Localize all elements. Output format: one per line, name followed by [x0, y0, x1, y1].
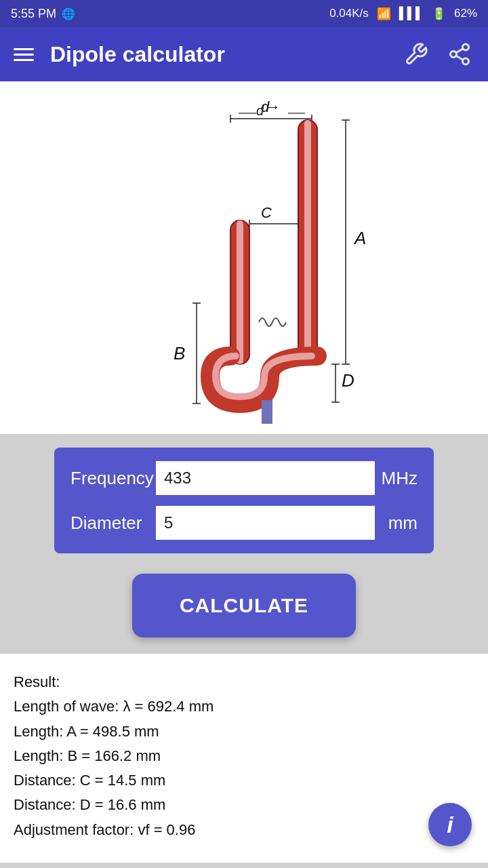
svg-rect-12: [304, 120, 311, 364]
result-label: Result:: [14, 673, 60, 690]
status-time: 5:55 PM: [11, 7, 56, 21]
share-icon[interactable]: [445, 39, 474, 69]
svg-text:B: B: [174, 343, 185, 363]
result-line-1: Length: A = 498.5 mm: [14, 723, 159, 740]
svg-rect-14: [237, 220, 243, 364]
wrench-icon[interactable]: [401, 39, 431, 69]
status-left: 5:55 PM 🌐: [11, 7, 75, 21]
app-bar-icons: [401, 39, 474, 69]
battery-icon: 🔋: [432, 7, 446, 21]
result-area: Result: Length of wave: λ = 692.4 mm Len…: [0, 654, 488, 863]
svg-line-3: [456, 56, 463, 60]
wifi-icon: 📶: [377, 7, 391, 21]
signal-icon: ▌▌▌: [399, 7, 424, 20]
menu-button[interactable]: [14, 48, 34, 61]
result-line-2: Length: B = 166.2 mm: [14, 747, 161, 764]
info-icon: i: [447, 812, 453, 838]
status-right: 0.04K/s 📶 ▌▌▌ 🔋 62%: [329, 7, 477, 21]
info-fab-button[interactable]: i: [428, 803, 472, 846]
result-line-4: Distance: D = 16.6 mm: [14, 796, 165, 813]
frequency-input[interactable]: [156, 461, 375, 495]
svg-rect-15: [262, 400, 272, 424]
input-panel: Frequency MHz Diameter mm: [54, 448, 434, 553]
app-bar: Dipole calculator: [0, 27, 488, 81]
svg-text:→: →: [265, 98, 280, 115]
calculate-button[interactable]: CALCULATE: [132, 574, 356, 637]
diameter-row: Diameter mm: [70, 506, 418, 540]
status-bar: 5:55 PM 🌐 0.04K/s 📶 ▌▌▌ 🔋 62%: [0, 0, 488, 27]
svg-text:C: C: [261, 204, 272, 221]
svg-text:d: d: [256, 103, 264, 118]
diameter-input[interactable]: [156, 506, 375, 540]
frequency-unit: MHz: [375, 468, 418, 489]
dipole-diagram: d → A B C: [0, 81, 488, 434]
diameter-label: Diameter: [70, 513, 156, 534]
svg-line-4: [456, 49, 463, 53]
frequency-label: Frequency: [70, 468, 156, 489]
svg-text:A: A: [353, 228, 366, 248]
result-line-5: Adjustment factor: vf = 0.96: [14, 821, 195, 838]
result-text: Result: Length of wave: λ = 692.4 mm Len…: [14, 670, 474, 842]
svg-text:D: D: [342, 370, 354, 391]
result-line-3: Distance: C = 14.5 mm: [14, 772, 165, 789]
battery-level: 62%: [454, 7, 477, 20]
diameter-unit: mm: [375, 513, 418, 534]
network-speed: 0.04K/s: [329, 7, 369, 20]
result-line-0: Length of wave: λ = 692.4 mm: [14, 698, 214, 715]
frequency-row: Frequency MHz: [70, 461, 418, 495]
app-title: Dipole calculator: [50, 42, 385, 67]
calculate-button-wrap: CALCULATE: [0, 574, 488, 637]
network-icon: 🌐: [62, 7, 75, 20]
